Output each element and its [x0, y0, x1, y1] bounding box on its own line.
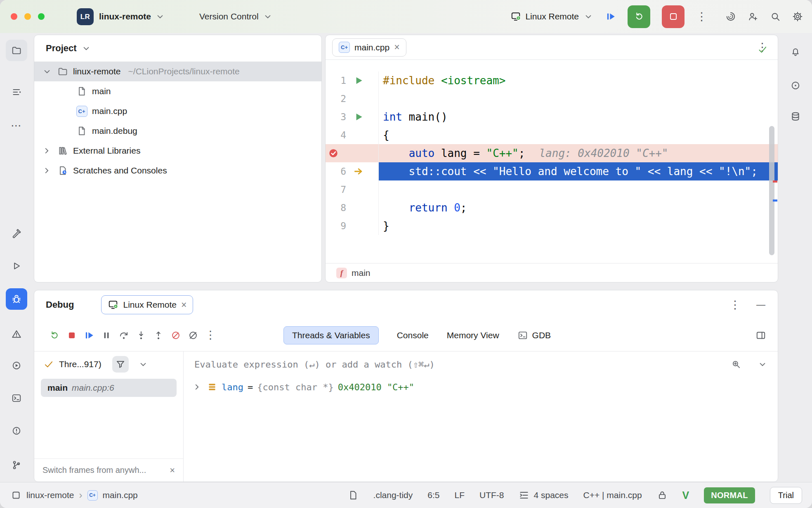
step-into-icon[interactable] — [132, 327, 150, 344]
line-number[interactable]: 2 — [326, 90, 346, 108]
code-text[interactable]: int main() — [379, 108, 778, 126]
stop-session-icon[interactable] — [63, 327, 80, 344]
code-line-5[interactable]: auto lang = "C++";lang: 0x402010 "C++" — [326, 144, 778, 162]
tab-memory-view[interactable]: Memory View — [447, 330, 499, 340]
code-line-3[interactable]: 3int main() — [326, 108, 778, 126]
breakpoint-stripe-mark[interactable] — [773, 180, 777, 183]
tab-threads-variables[interactable]: Threads & Variables — [283, 326, 379, 344]
debug-toolwindow-icon[interactable] — [6, 288, 27, 310]
encoding-widget[interactable]: UTF-8 — [479, 490, 504, 500]
structure-toolwindow-icon[interactable] — [6, 81, 27, 103]
tree-item-main-debug[interactable]: main.debug — [34, 121, 321, 141]
line-number[interactable]: 7 — [326, 180, 346, 199]
hide-panel-icon[interactable]: — — [756, 299, 765, 310]
code-text[interactable]: return 0; — [379, 199, 778, 217]
code-text[interactable]: std::cout << "Hello and welcome to " << … — [379, 162, 778, 180]
rerun-session-icon[interactable] — [46, 327, 63, 344]
code-text[interactable]: } — [379, 217, 778, 235]
run-config-selector[interactable]: Linux Remote — [510, 11, 594, 22]
step-out-icon[interactable] — [150, 327, 167, 344]
settings-gear-icon[interactable] — [792, 11, 803, 22]
more-actions-kebab[interactable]: ⋮ — [696, 11, 707, 22]
tree-item-main[interactable]: main — [34, 81, 321, 101]
build-toolwindow-icon[interactable] — [6, 223, 27, 244]
dismiss-hint-icon[interactable]: × — [170, 465, 175, 476]
indent-widget[interactable]: 4 spaces — [519, 490, 568, 501]
filter-frames-button[interactable] — [112, 356, 129, 373]
more-toolwindows-icon[interactable]: ⋯ — [6, 115, 27, 136]
code-line-1[interactable]: 1#include <iostream> — [326, 71, 778, 90]
minimize-window-button[interactable] — [24, 13, 31, 20]
chevron-down-icon[interactable] — [757, 359, 768, 370]
step-over-icon[interactable] — [115, 327, 132, 344]
run-line-icon[interactable] — [346, 112, 371, 122]
vim-plugin-icon[interactable]: V — [682, 489, 689, 501]
services-toolwindow-icon[interactable] — [6, 355, 27, 376]
view-breakpoints-icon[interactable] — [184, 327, 202, 344]
add-watch-icon[interactable] — [731, 359, 741, 370]
line-number[interactable]: 8 — [326, 199, 346, 217]
close-tab-icon[interactable]: × — [394, 43, 399, 52]
gutter[interactable]: 9 — [326, 217, 379, 235]
lock-icon[interactable] — [657, 490, 668, 501]
tab-console[interactable]: Console — [397, 330, 429, 340]
rerun-debug-button[interactable] — [628, 5, 650, 28]
line-number[interactable]: 1 — [326, 71, 346, 90]
chevron-right-icon[interactable] — [42, 165, 52, 176]
ai-assistant-icon[interactable] — [725, 11, 736, 22]
breadcrumb-function[interactable]: main — [352, 268, 371, 278]
execution-point-icon[interactable] — [346, 166, 371, 177]
gutter[interactable]: 7 — [326, 180, 379, 199]
debug-options-kebab[interactable]: ⋮ — [729, 299, 741, 311]
line-number[interactable]: 4 — [326, 126, 346, 144]
gutter[interactable]: 6 — [326, 162, 379, 180]
breakpoint-icon[interactable] — [326, 148, 346, 159]
code-editor[interactable]: 1#include <iostream>23int main()4{ auto … — [326, 60, 778, 263]
code-line-9[interactable]: 9} — [326, 217, 778, 235]
errors-toolwindow-icon[interactable] — [6, 420, 27, 442]
project-toolwindow-icon[interactable] — [6, 40, 27, 61]
code-line-8[interactable]: 8 return 0; — [326, 199, 778, 217]
line-number[interactable]: 9 — [326, 217, 346, 235]
line-number[interactable]: 3 — [326, 108, 346, 126]
problems-toolwindow-icon[interactable] — [6, 323, 27, 345]
close-window-button[interactable] — [11, 13, 17, 20]
gutter[interactable]: 8 — [326, 199, 379, 217]
tree-item-scratches-and-consoles[interactable]: Scratches and Consoles — [34, 161, 321, 180]
pause-icon[interactable] — [98, 327, 115, 344]
code-text[interactable] — [379, 90, 778, 108]
linter-file-icon[interactable] — [348, 490, 359, 501]
vim-mode-badge[interactable]: NORMAL — [704, 487, 755, 503]
mute-breakpoints-icon[interactable] — [167, 327, 184, 344]
tree-item-linux-remote[interactable]: linux-remote~/CLionProjects/linux-remote — [34, 62, 321, 81]
line-ending-widget[interactable]: LF — [454, 490, 465, 500]
inspections-ok-icon[interactable] — [757, 44, 768, 55]
search-everywhere-icon[interactable] — [770, 11, 781, 22]
license-trial-badge[interactable]: Trial — [770, 487, 802, 504]
terminal-toolwindow-icon[interactable] — [6, 387, 27, 409]
notifications-bell-icon[interactable] — [785, 41, 806, 62]
statusbar-file[interactable]: main.cpp — [103, 490, 138, 500]
run-toolwindow-icon[interactable] — [6, 255, 27, 277]
debug-session-tab[interactable]: Linux Remote × — [101, 295, 193, 314]
tab-gdb[interactable]: GDB — [517, 330, 551, 341]
stop-button[interactable] — [662, 5, 685, 28]
debug-toolbar-kebab[interactable]: ⋮ — [202, 327, 219, 344]
project-panel-header[interactable]: Project — [34, 35, 321, 62]
line-number[interactable]: 6 — [326, 162, 346, 180]
code-text[interactable]: auto lang = "C++";lang: 0x402010 "C++" — [379, 144, 778, 162]
code-line-2[interactable]: 2 — [326, 90, 778, 108]
stack-frame-item[interactable]: main main.cpp:6 — [41, 379, 177, 397]
close-session-icon[interactable]: × — [181, 300, 186, 310]
editor-scrollbar[interactable] — [769, 126, 774, 255]
thread-selector[interactable]: Thre...917) — [34, 351, 183, 377]
tree-item-external-libraries[interactable]: External Libraries — [34, 141, 321, 161]
gutter[interactable]: 4 — [326, 126, 379, 144]
code-line-7[interactable]: 7 — [326, 180, 778, 199]
statusbar-project[interactable]: linux-remote — [26, 490, 74, 500]
git-toolwindow-icon[interactable] — [6, 454, 27, 476]
execution-stripe-mark[interactable] — [773, 199, 777, 202]
editor-tab-main-cpp[interactable]: C+ main.cpp × — [332, 38, 406, 57]
chevron-right-icon[interactable] — [42, 145, 52, 156]
vcs-menu[interactable]: Version Control — [199, 0, 273, 33]
